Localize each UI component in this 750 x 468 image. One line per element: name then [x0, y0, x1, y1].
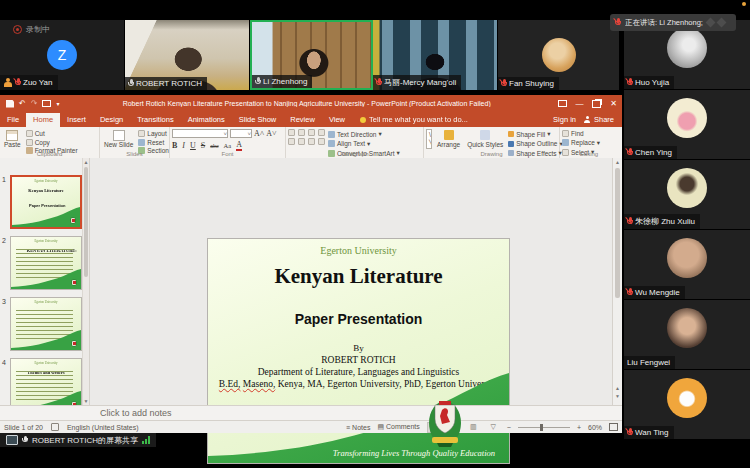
shape-outline-icon — [508, 141, 514, 147]
align-right-icon[interactable] — [308, 138, 315, 145]
slideshow-icon[interactable] — [42, 100, 51, 107]
tab-file[interactable]: File — [0, 113, 26, 127]
tab-home[interactable]: Home — [26, 113, 60, 127]
comments-toggle[interactable]: ▤ Comments — [377, 423, 419, 431]
zoom-in-button[interactable]: + — [577, 424, 581, 431]
video-tile[interactable]: Wan Ting — [624, 370, 750, 440]
bold-button[interactable]: B — [172, 141, 177, 150]
muted-mic-icon — [627, 148, 633, 157]
muted-mic-icon — [627, 288, 633, 297]
tab-design[interactable]: Design — [93, 113, 130, 127]
fit-slide-button[interactable] — [609, 423, 618, 431]
slideshow-button[interactable]: ▽ — [487, 422, 500, 433]
arrange-button[interactable]: Arrange — [435, 129, 462, 149]
participant-name-label: Liu Fengwei — [624, 356, 675, 369]
video-tile[interactable]: Wu Mengdie — [624, 230, 750, 300]
align-left-icon[interactable] — [288, 138, 295, 145]
shrink-font-button[interactable]: A˅ — [266, 129, 276, 138]
tab-view[interactable]: View — [322, 113, 352, 127]
indent-decrease-icon[interactable] — [308, 129, 315, 136]
video-tile[interactable]: Fan Shuying — [498, 20, 620, 90]
video-tile[interactable]: ROBERT ROTICH — [125, 20, 250, 90]
ribbon-options-button[interactable] — [554, 95, 571, 112]
notes-pane[interactable]: Click to add notes — [0, 405, 622, 420]
copy-button[interactable]: Copy — [26, 139, 78, 146]
layout-button[interactable]: Layout — [138, 130, 169, 137]
change-case-button[interactable]: Aa — [224, 142, 232, 149]
strikethrough-button[interactable]: S — [201, 141, 205, 150]
bullets-icon[interactable] — [288, 129, 295, 136]
minimize-button[interactable]: — — [571, 95, 588, 112]
thumbnail-scrollbar[interactable]: ▲ ▼ — [82, 158, 89, 405]
slide-number-status: Slide 1 of 20 — [4, 424, 43, 431]
slide-thumbnail[interactable]: Egerton University — [10, 297, 82, 351]
font-name-select[interactable]: ˅ — [172, 129, 228, 138]
tab-slide-show[interactable]: Slide Show — [232, 113, 284, 127]
notification-dot — [742, 2, 746, 6]
share-button[interactable]: Share — [584, 115, 614, 124]
reading-view-button[interactable]: ▥ — [467, 422, 480, 433]
participant-name: 马丽-Mercy Mang'oli — [384, 77, 456, 88]
video-tile[interactable]: Liu Fengwei — [624, 300, 750, 370]
zoom-logo-icon — [706, 18, 716, 28]
zoom-percent[interactable]: 60% — [588, 424, 602, 431]
quick-styles-button[interactable]: Quick Styles — [465, 129, 505, 149]
grow-font-button[interactable]: A˄ — [254, 129, 264, 138]
reset-button[interactable]: Reset — [138, 139, 169, 146]
underline-button[interactable]: U — [190, 141, 196, 150]
video-tile[interactable]: 马丽-Mercy Mang'oli — [373, 20, 498, 90]
video-tile[interactable]: 朱徐柳 Zhu Xuliu — [624, 160, 750, 230]
paste-button[interactable]: Paste — [2, 129, 23, 149]
sign-in-link[interactable]: Sign in — [553, 115, 576, 124]
text-direction-button[interactable]: Text Direction ▾ — [328, 130, 400, 138]
spellcheck-icon[interactable] — [51, 423, 59, 431]
crest-icon — [71, 279, 77, 286]
tell-me-box[interactable]: Tell me what you want to do... — [352, 115, 476, 127]
align-center-icon[interactable] — [298, 138, 305, 145]
language-status[interactable]: English (United States) — [67, 424, 139, 431]
cut-button[interactable]: Cut — [26, 130, 78, 137]
shapes-gallery[interactable]: \ ╲ □ ○ ▭ △ ▽ ◇ ☆ ( ) — [426, 129, 432, 149]
close-button[interactable]: ✕ — [605, 95, 622, 112]
restore-button[interactable] — [588, 95, 605, 112]
avatar — [667, 308, 707, 348]
justify-icon[interactable] — [318, 138, 325, 145]
tab-transitions[interactable]: Transitions — [130, 113, 180, 127]
align-text-button[interactable]: Align Text ▾ — [328, 140, 400, 148]
italic-button[interactable]: I — [182, 141, 185, 150]
canvas-scrollbar[interactable]: ▲ ▲ ▼ — [612, 158, 622, 405]
find-button[interactable]: Find — [562, 130, 616, 137]
text-direction-icon — [328, 131, 335, 138]
video-tile[interactable]: Chen Ying — [624, 90, 750, 160]
indent-increase-icon[interactable] — [318, 129, 325, 136]
tab-review[interactable]: Review — [283, 113, 322, 127]
redo-icon[interactable]: ↷ — [31, 100, 38, 108]
undo-icon[interactable]: ↶ — [19, 100, 26, 108]
save-icon[interactable] — [6, 100, 14, 108]
replace-button[interactable]: Replace ▾ — [562, 139, 616, 147]
slide-number: 3 — [2, 298, 6, 305]
screen-share-badge: ROBERT ROTICH的屏幕共享 — [0, 433, 156, 447]
new-slide-icon — [113, 130, 125, 141]
slide-thumbnail[interactable]: Egerton UniversityThemes and writers — [10, 358, 82, 405]
slide-thumbnail[interactable]: Egerton UniversityKENYAN LITERATURE: — [10, 236, 82, 290]
slide-by: By — [208, 343, 509, 353]
video-tile[interactable]: Li Zhenhong — [250, 20, 373, 90]
font-color-button[interactable]: A — [236, 140, 242, 151]
zoom-slider[interactable] — [518, 427, 570, 428]
tab-insert[interactable]: Insert — [60, 113, 93, 127]
next-slide-button[interactable]: ▼ — [613, 393, 622, 399]
numbering-icon[interactable] — [298, 129, 305, 136]
tab-animations[interactable]: Animations — [181, 113, 232, 127]
participant-name: Wu Mengdie — [635, 288, 680, 297]
slide-thumbnail[interactable]: Egerton UniversityKenyan LiteraturePaper… — [10, 175, 82, 229]
previous-slide-button[interactable]: ▲ — [613, 385, 622, 391]
shape-outline-button[interactable]: Shape Outline ▾ — [508, 140, 562, 148]
zoom-out-button[interactable]: − — [507, 424, 511, 431]
shadow-button[interactable]: abc — [210, 143, 218, 149]
mic-icon — [255, 77, 261, 86]
new-slide-button[interactable]: New Slide — [102, 129, 135, 149]
notes-toggle[interactable]: ≡ Notes — [346, 424, 370, 431]
shape-fill-button[interactable]: Shape Fill ▾ — [508, 130, 562, 138]
font-size-select[interactable]: ˅ — [230, 129, 252, 138]
